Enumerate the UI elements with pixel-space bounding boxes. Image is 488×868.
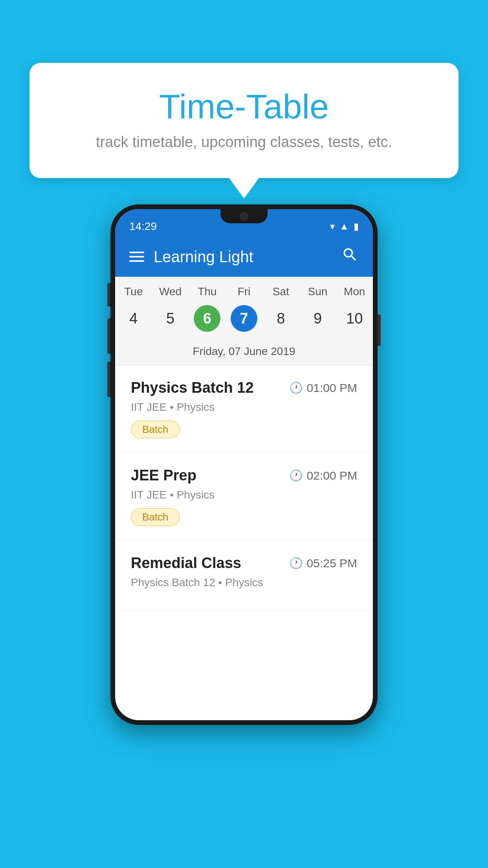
schedule-list: Physics Batch 12 🕐 01:00 PM IIT JEE • Ph… xyxy=(115,365,373,611)
schedule-item-1-title: Physics Batch 12 xyxy=(131,379,254,396)
batch-badge-1: Batch xyxy=(131,421,180,438)
schedule-item-3-title: Remedial Class xyxy=(131,555,241,572)
phone-container: 14:29 ▾ ▲ ▮ Learn xyxy=(29,204,459,725)
clock-icon-3: 🕐 xyxy=(289,557,303,570)
search-button[interactable] xyxy=(341,246,359,267)
weekday-fri: Fri xyxy=(226,277,262,302)
battery-icon: ▮ xyxy=(354,221,359,232)
phone-mockup: 14:29 ▾ ▲ ▮ Learn xyxy=(110,204,378,725)
date-10[interactable]: 10 xyxy=(336,302,373,335)
wifi-icon: ▾ xyxy=(330,221,335,232)
phone-screen: 14:29 ▾ ▲ ▮ Learn xyxy=(115,209,373,720)
clock-icon-2: 🕐 xyxy=(289,469,303,482)
menu-button[interactable] xyxy=(129,252,144,262)
volume-silent-button xyxy=(107,283,110,307)
date-8[interactable]: 8 xyxy=(262,302,299,335)
power-button xyxy=(378,314,381,346)
schedule-item-1-time: 🕐 01:00 PM xyxy=(289,381,357,395)
batch-badge-2: Batch xyxy=(131,508,180,526)
schedule-item-2-time: 🕐 02:00 PM xyxy=(289,469,357,482)
app-bar-left: Learning Light xyxy=(129,248,253,266)
date-7-circle: 7 xyxy=(231,305,257,332)
date-row: 4 5 6 7 8 9 10 xyxy=(115,302,373,341)
bubble-subtitle: track timetable, upcoming classes, tests… xyxy=(61,134,427,151)
weekday-thu: Thu xyxy=(189,277,226,302)
schedule-item-2-title: JEE Prep xyxy=(131,467,196,484)
calendar-section: Tue Wed Thu Fri Sat Sun Mon 4 5 6 7 xyxy=(115,277,373,365)
date-9[interactable]: 9 xyxy=(299,302,336,335)
schedule-item-3-subtitle: Physics Batch 12 • Physics xyxy=(131,576,357,589)
hamburger-line-2 xyxy=(129,256,144,257)
clock-icon-1: 🕐 xyxy=(289,381,303,394)
date-7[interactable]: 7 xyxy=(226,302,262,335)
front-camera xyxy=(240,212,248,221)
app-title: Learning Light xyxy=(154,248,253,266)
schedule-item-3[interactable]: Remedial Class 🕐 05:25 PM Physics Batch … xyxy=(115,541,373,611)
date-6[interactable]: 6 xyxy=(189,302,226,335)
date-6-circle: 6 xyxy=(194,305,220,332)
status-icons: ▾ ▲ ▮ xyxy=(330,221,359,232)
hamburger-line-1 xyxy=(129,252,144,253)
date-5[interactable]: 5 xyxy=(152,302,189,335)
schedule-item-1-header: Physics Batch 12 🕐 01:00 PM xyxy=(131,379,357,396)
signal-icon: ▲ xyxy=(339,221,349,232)
schedule-item-2-header: JEE Prep 🕐 02:00 PM xyxy=(131,467,357,484)
date-4[interactable]: 4 xyxy=(115,302,152,335)
schedule-item-2-subtitle: IIT JEE • Physics xyxy=(131,489,357,501)
schedule-item-3-header: Remedial Class 🕐 05:25 PM xyxy=(131,555,357,572)
phone-notch xyxy=(220,209,268,223)
weekday-wed: Wed xyxy=(152,277,189,302)
schedule-item-3-time: 🕐 05:25 PM xyxy=(289,557,357,570)
selected-date-label: Friday, 07 June 2019 xyxy=(115,341,373,365)
speech-bubble-container: Time-Table track timetable, upcoming cla… xyxy=(29,63,459,178)
schedule-item-1[interactable]: Physics Batch 12 🕐 01:00 PM IIT JEE • Ph… xyxy=(115,365,373,453)
weekday-mon: Mon xyxy=(336,277,373,302)
weekday-row: Tue Wed Thu Fri Sat Sun Mon xyxy=(115,277,373,302)
weekday-tue: Tue xyxy=(115,277,152,302)
speech-bubble: Time-Table track timetable, upcoming cla… xyxy=(29,63,459,178)
weekday-sat: Sat xyxy=(262,277,299,302)
schedule-item-1-subtitle: IIT JEE • Physics xyxy=(131,401,357,414)
bubble-title: Time-Table xyxy=(61,86,427,127)
schedule-item-2[interactable]: JEE Prep 🕐 02:00 PM IIT JEE • Physics Ba… xyxy=(115,453,373,541)
hamburger-line-3 xyxy=(129,260,144,262)
volume-down-button xyxy=(107,362,110,397)
app-bar: Learning Light xyxy=(115,237,373,277)
weekday-sun: Sun xyxy=(299,277,336,302)
volume-up-button xyxy=(107,318,110,354)
status-time: 14:29 xyxy=(129,220,157,233)
